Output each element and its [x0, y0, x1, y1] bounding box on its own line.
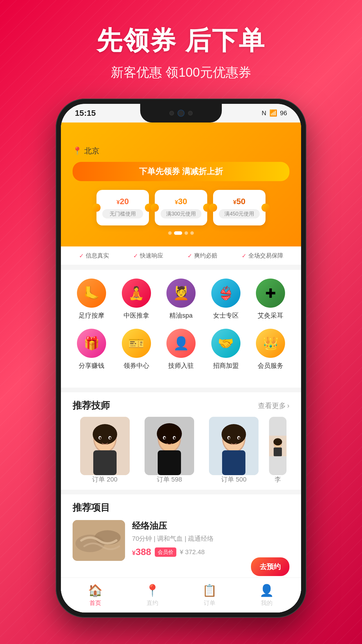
coupon-30-amount: ¥30 — [161, 197, 201, 206]
member-price-1: ¥ 372.48 — [180, 548, 205, 556]
trust-item-2: ✓ 快速响应 — [133, 252, 163, 260]
technicians-row: 订单 200 — [61, 417, 301, 490]
coupon-center-icon: 🎫 — [122, 329, 151, 358]
chinese-massage-icon: 🧘 — [122, 279, 151, 308]
tech-card-2[interactable]: 订单 598 — [140, 417, 198, 484]
tech-avatar-svg-2 — [145, 417, 194, 475]
check-icon-2: ✓ — [133, 252, 138, 259]
project-1-name: 经络油压 — [132, 520, 289, 532]
coupons-row: ¥20 无门槛使用 ¥30 满300元使用 ¥50 满450元使用 — [73, 190, 289, 225]
svg-point-4 — [93, 424, 117, 444]
project-1-desc: 70分钟 | 调和气血 | 疏通经络 — [132, 534, 289, 543]
category-foot-massage[interactable]: 🦶 足疗按摩 — [73, 279, 110, 320]
franchise-label: 招商加盟 — [213, 361, 239, 370]
moxibustion-icon: ✚ — [256, 279, 285, 308]
phone-screen: 15:15 N 📶 96 📍 北京 下单先领券 满减折上折 — [61, 104, 301, 612]
coupon-center-label: 领券中心 — [124, 361, 149, 370]
tech-2-orders: 订单 598 — [140, 475, 198, 484]
tech-avatar-2 — [145, 417, 194, 475]
tech-avatar-svg-1 — [80, 417, 130, 475]
project-1-price-row: ¥388 会员价 ¥ 372.48 — [132, 547, 289, 557]
hero-title: 先领券 后下单 — [96, 23, 266, 58]
battery-icon: 96 — [280, 109, 287, 117]
tech-avatar-svg-4 — [269, 417, 287, 475]
svg-point-25 — [228, 437, 230, 439]
share-earn-icon: 🎁 — [77, 329, 106, 358]
nav-direct-label: 直约 — [147, 599, 158, 607]
foot-massage-icon: 🦶 — [77, 279, 106, 308]
phone-notch — [140, 104, 222, 123]
tech-avatar-svg-3 — [209, 417, 259, 475]
book-button-1[interactable]: 去预约 — [251, 557, 289, 576]
nav-profile-label: 我的 — [261, 599, 273, 607]
category-share-earn[interactable]: 🎁 分享赚钱 — [73, 329, 110, 370]
nav-home-label: 首页 — [89, 599, 101, 607]
category-chinese-massage[interactable]: 🧘 中医推拿 — [117, 279, 155, 320]
nav-direct[interactable]: 📍 直约 — [145, 584, 160, 607]
project-info-1: 经络油压 70分钟 | 调和气血 | 疏通经络 ¥388 会员价 ¥ 372.4… — [132, 520, 289, 576]
nav-home[interactable]: 🏠 首页 — [88, 584, 103, 607]
notch-speaker — [169, 111, 174, 116]
svg-point-22 — [222, 424, 246, 444]
tech-card-3[interactable]: 订单 500 — [205, 417, 263, 484]
project-1-price: ¥388 — [132, 547, 151, 557]
technician-register-icon: 👤 — [166, 329, 196, 358]
trust-label-2: 快速响应 — [140, 252, 163, 260]
dot-2 — [174, 231, 182, 235]
nav-orders-label: 订单 — [204, 599, 215, 607]
technicians-title: 推荐技师 — [73, 399, 110, 412]
svg-point-7 — [99, 437, 101, 439]
women-zone-icon: 👙 — [211, 279, 240, 308]
tech-4-name: 李 — [269, 475, 287, 484]
tech-avatar-3 — [209, 417, 259, 475]
check-icon-4: ✓ — [242, 252, 247, 259]
profile-icon: 👤 — [259, 584, 274, 597]
member-badge-1: 会员价 — [155, 547, 176, 557]
phone-frame: 15:15 N 📶 96 📍 北京 下单先领券 满减折上折 — [56, 99, 306, 618]
category-oil-spa[interactable]: 💆 精油spa — [162, 279, 200, 320]
oil-spa-label: 精油spa — [169, 311, 192, 320]
svg-point-8 — [109, 437, 111, 439]
check-icon-3: ✓ — [187, 252, 192, 259]
status-time: 15:15 — [75, 108, 96, 118]
location-icon: 📍 — [73, 146, 82, 155]
svg-rect-3 — [93, 450, 117, 475]
nav-profile[interactable]: 👤 我的 — [259, 584, 274, 607]
orders-icon: 📋 — [202, 584, 217, 597]
home-icon: 🏠 — [88, 584, 103, 597]
project-img-svg-1 — [73, 520, 125, 561]
coupon-30[interactable]: ¥30 满300元使用 — [155, 190, 207, 225]
svg-point-31 — [273, 438, 282, 446]
svg-point-16 — [164, 437, 166, 439]
category-coupon-center[interactable]: 🎫 领券中心 — [117, 329, 155, 370]
coupon-50[interactable]: ¥50 满450元使用 — [213, 190, 266, 225]
category-franchise[interactable]: 🤝 招商加盟 — [207, 329, 245, 370]
check-icon-1: ✓ — [79, 252, 84, 259]
tech-card-4[interactable]: 李 — [269, 417, 287, 484]
category-women-zone[interactable]: 👙 女士专区 — [207, 279, 245, 320]
technicians-more[interactable]: 查看更多 › — [258, 401, 289, 410]
coupon-20[interactable]: ¥20 无门槛使用 — [96, 190, 149, 225]
screen-content: 📍 北京 下单先领券 满减折上折 ¥20 无门槛使用 ¥30 满300元使用 — [61, 104, 301, 612]
trust-item-4: ✓ 全场交易保障 — [242, 252, 283, 260]
nav-orders[interactable]: 📋 订单 — [202, 584, 217, 607]
member-service-icon: 👑 — [256, 329, 285, 358]
coupon-50-amount: ¥50 — [219, 197, 260, 206]
coupon-banner: 📍 北京 下单先领券 满减折上折 ¥20 无门槛使用 ¥30 满300元使用 — [61, 123, 301, 246]
bottom-nav: 🏠 首页 📍 直约 📋 订单 👤 我的 — [61, 578, 301, 612]
technicians-header: 推荐技师 查看更多 › — [61, 392, 301, 417]
pagination-dots — [73, 231, 289, 235]
category-member-service[interactable]: 👑 会员服务 — [252, 329, 289, 370]
hero-section: 先领券 后下单 新客优惠 领100元优惠券 — [96, 23, 266, 81]
tech-card-1[interactable]: 订单 200 — [75, 417, 134, 484]
chinese-massage-label: 中医推拿 — [124, 311, 149, 320]
projects-title: 推荐项目 — [73, 501, 289, 514]
category-moxibustion[interactable]: ✚ 艾灸采耳 — [252, 279, 289, 320]
trust-item-3: ✓ 爽约必赔 — [187, 252, 217, 260]
tech-avatar-4 — [269, 417, 287, 475]
location-text: 北京 — [84, 146, 99, 156]
coupon-30-condition: 满300元使用 — [161, 209, 201, 218]
coupon-20-condition: 无门槛使用 — [102, 209, 143, 218]
category-technician-register[interactable]: 👤 技师入驻 — [162, 329, 200, 370]
signal-icon: 📶 — [269, 109, 277, 117]
